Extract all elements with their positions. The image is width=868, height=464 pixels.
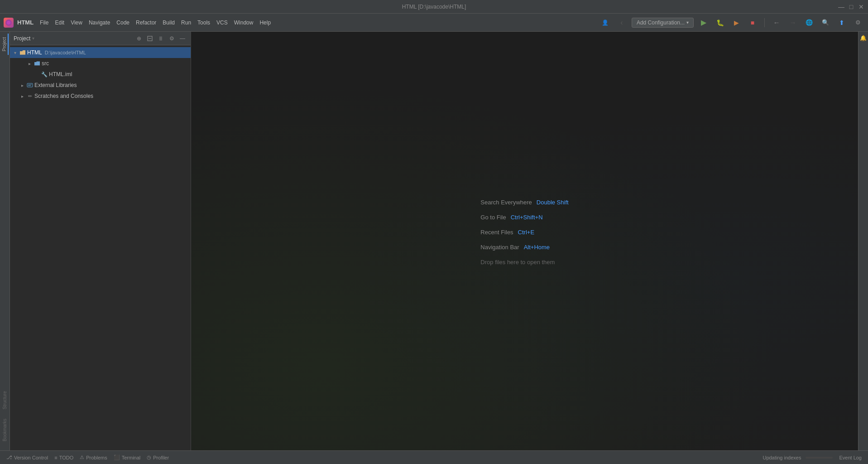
status-updating-indexes: Updating indexes <box>760 454 835 461</box>
progress-indicator <box>806 457 833 459</box>
menu-refactor[interactable]: Refactor <box>133 19 159 27</box>
tree-label-ext-libs: External Libraries <box>34 82 77 88</box>
expand-arrow-scratches: ▸ <box>19 94 25 99</box>
locate-file-button[interactable]: ⊕ <box>134 34 144 43</box>
tree-label-src: src <box>42 60 49 67</box>
tree-label-iml: HTML.iml <box>49 71 72 77</box>
tree-external-libraries[interactable]: ▸ External Libraries <box>10 80 191 91</box>
hint-nav-label: Navigation Bar <box>480 244 519 251</box>
search-everywhere-button[interactable]: 🔍 <box>819 16 832 29</box>
panel-settings-button[interactable]: ⚙ <box>167 34 176 43</box>
terminal-icon: ⬛ <box>114 454 120 460</box>
app-logo <box>4 18 14 28</box>
tree-src-folder[interactable]: ▸ src <box>10 58 191 69</box>
right-strip-icon1[interactable]: 🔔 <box>859 34 868 43</box>
settings-button[interactable]: ⚙ <box>852 16 864 29</box>
hint-goto-file: Go to File Ctrl+Shift+N <box>480 214 568 221</box>
expand-arrow-src: ▸ <box>26 61 33 66</box>
menu-vcs[interactable]: VCS <box>214 19 230 27</box>
close-button[interactable]: ✕ <box>858 4 864 10</box>
navigate-forward-button[interactable]: → <box>786 16 799 29</box>
panel-header: Project ▾ ⊕ ⚙ <box>10 32 191 45</box>
hint-goto-label: Go to File <box>480 214 506 221</box>
tree-label-scratches: Scratches and Consoles <box>34 93 93 99</box>
panel-title-chevron: ▾ <box>32 36 34 41</box>
hint-recent-files: Recent Files Ctrl+E <box>480 229 568 236</box>
profile-button[interactable]: 👤 <box>599 16 612 29</box>
menu-edit[interactable]: Edit <box>52 19 67 27</box>
hint-search-label: Search Everywhere <box>480 199 532 206</box>
hint-drop-label: Drop files here to open them <box>480 259 555 266</box>
tree-label-html: HTML <box>27 49 42 56</box>
status-event-log[interactable]: Event Log <box>836 454 864 461</box>
back-button[interactable]: ‹ <box>615 16 628 29</box>
update-button[interactable]: ⬆ <box>835 16 848 29</box>
hint-nav-bar: Navigation Bar Alt+Home <box>480 244 568 251</box>
problems-icon: ⚠ <box>80 454 84 460</box>
run-with-coverage-button[interactable]: ▶ <box>730 16 743 29</box>
debug-button[interactable]: 🐛 <box>714 16 726 29</box>
expand-arrow-html: ▾ <box>12 50 18 55</box>
menu-run[interactable]: Run <box>178 19 194 27</box>
right-strip: 🔔 <box>858 32 868 450</box>
svg-rect-7 <box>27 83 33 87</box>
hint-search-everywhere: Search Everywhere Double Shift <box>480 199 568 206</box>
editor-area[interactable]: Search Everywhere Double Shift Go to Fil… <box>191 32 858 450</box>
tree-root-html[interactable]: ▾ HTML D:\javacode\HTML <box>10 47 191 58</box>
panel-title-button[interactable]: Project ▾ <box>14 35 34 42</box>
minimize-button[interactable]: — <box>838 4 844 10</box>
maximize-button[interactable]: □ <box>848 4 854 10</box>
menu-window[interactable]: Window <box>231 19 256 27</box>
todo-icon: ≡ <box>54 455 57 460</box>
event-log-label: Event Log <box>839 455 862 460</box>
window-controls: — □ ✕ <box>838 4 864 10</box>
tree-html-iml[interactable]: 🔧 HTML.iml <box>10 69 191 80</box>
run-config-dropdown[interactable]: Add Configuration... ▾ <box>632 18 694 28</box>
menu-file[interactable]: File <box>37 19 51 27</box>
scratches-icon: ✏ <box>26 92 34 100</box>
status-todo-label: TODO <box>59 455 74 460</box>
menu-build[interactable]: Build <box>160 19 177 27</box>
run-button[interactable]: ▶ <box>697 16 710 29</box>
menu-tools[interactable]: Tools <box>195 19 213 27</box>
hint-recent-label: Recent Files <box>480 229 513 236</box>
sidebar-structure-tab[interactable]: Structure <box>1 387 8 413</box>
menu-bar: File Edit View Navigate Code Refactor Bu… <box>37 19 273 27</box>
menu-navigate[interactable]: Navigate <box>86 19 113 27</box>
status-terminal-label: Terminal <box>122 455 141 460</box>
menu-view[interactable]: View <box>68 19 85 27</box>
iml-icon: 🔧 <box>41 71 48 78</box>
app-toolbar: HTML File Edit View Navigate Code Refact… <box>0 14 868 32</box>
collapse-all-button[interactable] <box>145 34 154 43</box>
navigate-back-button[interactable]: ← <box>770 16 783 29</box>
main-layout: Project Structure Bookmarks Project ▾ ⊕ <box>0 32 868 450</box>
window-title: HTML [D:\javacode\HTML] <box>402 4 466 10</box>
translate-button[interactable]: 🌐 <box>803 16 815 29</box>
status-problems[interactable]: ⚠ Problems <box>77 454 110 461</box>
status-bar: ⎇ Version Control ≡ TODO ⚠ Problems ⬛ Te… <box>0 450 868 464</box>
hint-nav-shortcut: Alt+Home <box>524 244 550 251</box>
tree-scratches-consoles[interactable]: ▸ ✏ Scratches and Consoles <box>10 91 191 102</box>
panel-close-button[interactable]: — <box>178 34 187 43</box>
hint-search-shortcut: Double Shift <box>537 199 569 206</box>
folder-icon-src <box>34 60 41 67</box>
status-profiler[interactable]: ◷ Profiler <box>144 454 172 461</box>
config-chevron: ▾ <box>686 20 689 25</box>
menu-code[interactable]: Code <box>114 19 132 27</box>
welcome-hints: Search Everywhere Double Shift Go to Fil… <box>480 199 568 266</box>
status-terminal[interactable]: ⬛ Terminal <box>111 454 144 461</box>
version-control-icon: ⎇ <box>6 454 12 460</box>
status-problems-label: Problems <box>86 455 107 460</box>
stop-button[interactable]: ■ <box>746 16 759 29</box>
status-todo[interactable]: ≡ TODO <box>52 454 76 461</box>
status-version-control[interactable]: ⎇ Version Control <box>4 454 51 461</box>
sidebar-bookmarks-tab[interactable]: Bookmarks <box>1 415 8 445</box>
left-sidebar: Project Structure Bookmarks <box>0 32 10 450</box>
panel-title-label: Project <box>14 35 30 42</box>
menu-help[interactable]: Help <box>257 19 273 27</box>
hint-goto-shortcut: Ctrl+Shift+N <box>511 214 543 221</box>
sidebar-project-tab[interactable]: Project <box>1 34 9 55</box>
panel-actions: ⊕ ⚙ — <box>134 34 187 43</box>
profiler-icon: ◷ <box>147 454 151 460</box>
expand-all-button[interactable] <box>156 34 165 43</box>
